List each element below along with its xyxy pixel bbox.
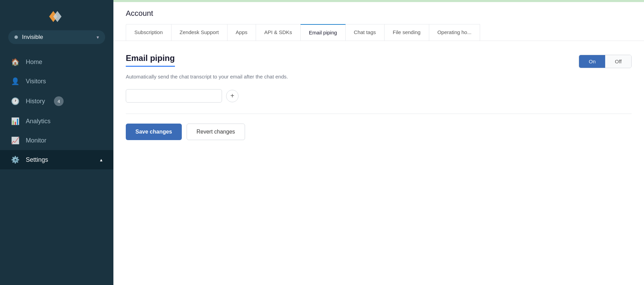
- toggle-on-button[interactable]: On: [579, 55, 605, 68]
- tab-chat-tags[interactable]: Chat tags: [345, 24, 385, 41]
- visitors-icon: 👤: [11, 77, 20, 85]
- status-label: Invisible: [22, 34, 97, 41]
- tab-api-sdks[interactable]: API & SDKs: [256, 24, 301, 41]
- revert-button[interactable]: Revert changes: [187, 124, 245, 140]
- sidebar-item-label: Monitor: [26, 137, 46, 144]
- sidebar-item-monitor[interactable]: 📈 Monitor: [0, 131, 113, 150]
- action-buttons: Save changes Revert changes: [126, 124, 632, 140]
- save-button[interactable]: Save changes: [126, 124, 182, 140]
- monitor-icon: 📈: [11, 136, 20, 145]
- section-title: Email piping: [126, 53, 175, 67]
- tab-bar: Subscription Zendesk Support Apps API & …: [126, 24, 632, 41]
- sidebar-item-label: History: [26, 98, 45, 105]
- sidebar-item-analytics[interactable]: 📊 Analytics: [0, 112, 113, 131]
- sidebar-item-home[interactable]: 🏠 Home: [0, 52, 113, 72]
- main-content: Account Subscription Zendesk Support App…: [113, 0, 644, 285]
- toggle-group: On Off: [579, 55, 632, 68]
- chevron-up-icon: ▴: [100, 157, 102, 162]
- status-selector[interactable]: Invisible ▾: [8, 30, 105, 44]
- section-description: Automatically send the chat transcript t…: [126, 74, 632, 80]
- email-input[interactable]: [126, 89, 222, 103]
- app-logo: [48, 10, 65, 23]
- sidebar: Invisible ▾ 🏠 Home 👤 Visitors 🕐 History …: [0, 0, 113, 285]
- email-input-row: +: [126, 89, 632, 103]
- tab-operating-hours[interactable]: Operating ho...: [429, 24, 480, 41]
- logo-area: [0, 0, 113, 30]
- history-icon: 🕐: [11, 97, 20, 105]
- sidebar-item-label: Home: [26, 59, 42, 66]
- chevron-down-icon: ▾: [97, 34, 99, 40]
- content-area: Email piping On Off Automatically send t…: [113, 41, 644, 285]
- add-email-button[interactable]: +: [226, 90, 238, 102]
- settings-icon: ⚙️: [11, 156, 20, 164]
- section-header: Email piping On Off: [126, 53, 632, 68]
- divider: [126, 114, 632, 114]
- tab-subscription[interactable]: Subscription: [126, 24, 171, 41]
- tab-apps[interactable]: Apps: [227, 24, 256, 41]
- sidebar-item-label: Visitors: [26, 78, 46, 85]
- tab-email-piping[interactable]: Email piping: [300, 24, 346, 41]
- plus-icon: +: [230, 92, 234, 100]
- svg-marker-1: [53, 11, 62, 22]
- sidebar-item-label: Analytics: [26, 118, 51, 125]
- home-icon: 🏠: [11, 58, 20, 66]
- toggle-off-button[interactable]: Off: [605, 55, 631, 68]
- page-header: Account Subscription Zendesk Support App…: [113, 2, 644, 41]
- tab-file-sending[interactable]: File sending: [384, 24, 429, 41]
- main-nav: 🏠 Home 👤 Visitors 🕐 History 4 📊 Analytic…: [0, 52, 113, 150]
- analytics-icon: 📊: [11, 117, 20, 125]
- sidebar-item-label: Settings: [26, 156, 48, 163]
- sidebar-item-visitors[interactable]: 👤 Visitors: [0, 72, 113, 91]
- tab-zendesk-support[interactable]: Zendesk Support: [171, 24, 227, 41]
- sidebar-item-history[interactable]: 🕐 History 4: [0, 91, 113, 112]
- page-title: Account: [126, 9, 632, 18]
- sidebar-item-settings[interactable]: ⚙️ Settings ▴: [0, 150, 113, 169]
- status-dot: [14, 35, 18, 39]
- history-badge: 4: [54, 96, 64, 106]
